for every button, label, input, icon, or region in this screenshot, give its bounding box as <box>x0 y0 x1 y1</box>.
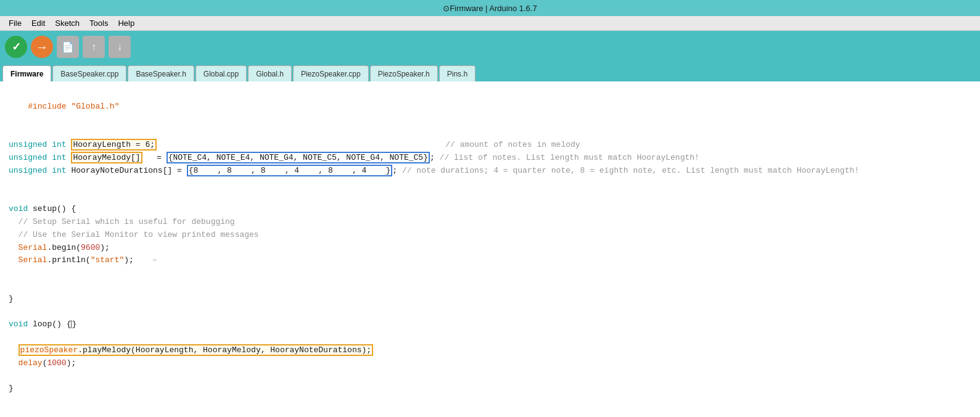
blank-line-6 <box>9 306 971 319</box>
menu-edit[interactable]: Edit <box>27 17 50 29</box>
setup-comment-2: // Use the Serial Monitor to view printe… <box>9 229 971 242</box>
blank-line-3 <box>9 190 971 203</box>
verify-button[interactable]: ✓ <box>5 36 27 58</box>
hooray-length-highlight: HoorayLength = 6; <box>71 139 157 151</box>
blank-line-4 <box>9 267 971 280</box>
tab-piezospeaker-h[interactable]: PiezoSpeaker.h <box>370 65 438 81</box>
setup-serial-println: Serial.println("start");– <box>9 254 971 267</box>
setup-serial-begin: Serial.begin(9600); <box>9 242 971 255</box>
menu-file[interactable]: File <box>4 17 27 29</box>
blank-line-1 <box>9 126 971 139</box>
menu-help[interactable]: Help <box>113 17 139 29</box>
var-hooray-length: unsigned int HoorayLength = 6; // amount… <box>9 139 971 152</box>
upload-button[interactable]: → <box>31 36 53 58</box>
code-editor[interactable]: #include "Global.h" unsigned int HoorayL… <box>0 81 980 417</box>
new-button[interactable]: 📄 <box>57 36 79 58</box>
blank-line-5 <box>9 280 971 293</box>
blank-line-8 <box>9 370 971 383</box>
window-title: Firmware | Arduino 1.6.7 <box>450 4 537 13</box>
app-icon: ⊙ <box>443 4 450 13</box>
loop-start: void loop() {} <box>9 318 971 331</box>
var-hooray-durations: unsigned int HoorayNoteDurations[] = {8 … <box>9 165 971 178</box>
include-line: #include "Global.h" <box>9 88 971 126</box>
tab-basespeaker-cpp[interactable]: BaseSpeaker.cpp <box>52 65 126 81</box>
blank-line-2 <box>9 178 971 191</box>
tab-piezospeaker-cpp[interactable]: PiezoSpeaker.cpp <box>293 65 369 81</box>
blank-line-7 <box>9 331 971 344</box>
hooray-melody-value-highlight: {NOTE_C4, NOTE_E4, NOTE_G4, NOTE_C5, NOT… <box>167 152 430 163</box>
menu-tools[interactable]: Tools <box>84 17 113 29</box>
toolbar: ✓ → 📄 ↑ ↓ <box>0 31 980 63</box>
setup-end: } <box>9 293 971 306</box>
hooray-durations-value-highlight: {8 , 8 , 8 , 4 , 8 , 4 } <box>187 165 393 176</box>
tab-basespeaker-h[interactable]: BaseSpeaker.h <box>128 65 194 81</box>
loop-delay: delay(1000); <box>9 357 971 370</box>
loop-play-melody: piezoSpeaker.playMelody(HoorayLength, Ho… <box>9 344 971 357</box>
play-melody-highlight: piezoSpeaker.playMelody(HoorayLength, Ho… <box>19 344 374 356</box>
hooray-melody-name-highlight: HoorayMelody[] <box>71 152 142 163</box>
tab-pins-h[interactable]: Pins.h <box>439 65 476 81</box>
tab-firmware[interactable]: Firmware <box>2 65 51 81</box>
setup-start: void setup() { <box>9 203 971 216</box>
var-hooray-melody: unsigned int HoorayMelody[] = {NOTE_C4, … <box>9 152 971 165</box>
tabs-bar: Firmware BaseSpeaker.cpp BaseSpeaker.h G… <box>0 63 980 81</box>
title-bar: ⊙ Firmware | Arduino 1.6.7 <box>0 0 980 16</box>
menu-sketch[interactable]: Sketch <box>50 17 84 29</box>
tab-global-h[interactable]: Global.h <box>248 65 292 81</box>
save-button[interactable]: ↓ <box>109 36 131 58</box>
tab-global-cpp[interactable]: Global.cpp <box>196 65 247 81</box>
loop-end: } <box>9 382 971 395</box>
open-button[interactable]: ↑ <box>83 36 105 58</box>
menu-bar: File Edit Sketch Tools Help <box>0 16 980 31</box>
setup-comment-1: // Setup Serial which is useful for debu… <box>9 216 971 229</box>
